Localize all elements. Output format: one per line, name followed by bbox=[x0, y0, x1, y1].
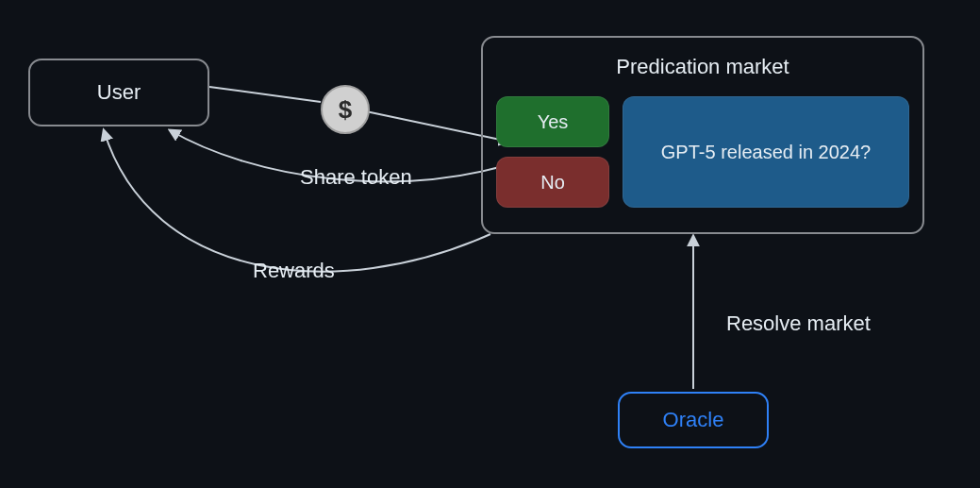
rewards-label: Rewards bbox=[253, 259, 335, 283]
yes-no-column: Yes No bbox=[496, 96, 609, 208]
yes-label: Yes bbox=[538, 111, 569, 133]
dollar-symbol: $ bbox=[339, 95, 352, 125]
dollar-icon: $ bbox=[321, 85, 370, 134]
market-title: Predication market bbox=[496, 55, 909, 79]
user-node: User bbox=[28, 59, 209, 126]
oracle-label: Oracle bbox=[663, 408, 724, 432]
prediction-market-container: Predication market Yes No GPT-5 released… bbox=[481, 36, 924, 234]
diagram-canvas: User Predication market Yes No GPT-5 rel… bbox=[0, 0, 980, 488]
oracle-node: Oracle bbox=[618, 392, 769, 448]
market-question-box: GPT-5 released in 2024? bbox=[623, 96, 909, 208]
resolve-market-label: Resolve market bbox=[726, 311, 871, 336]
user-label: User bbox=[97, 80, 141, 105]
no-button[interactable]: No bbox=[496, 157, 609, 208]
share-token-label: Share token bbox=[300, 165, 412, 190]
no-label: No bbox=[540, 172, 565, 194]
yes-button[interactable]: Yes bbox=[496, 96, 609, 147]
market-body: Yes No GPT-5 released in 2024? bbox=[496, 96, 909, 208]
market-question-text: GPT-5 released in 2024? bbox=[661, 142, 871, 163]
